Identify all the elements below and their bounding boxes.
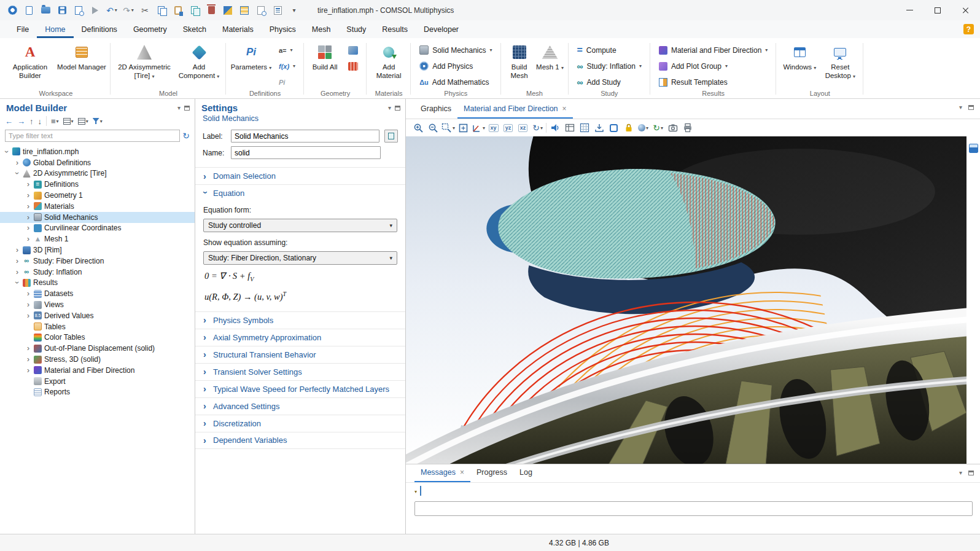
open-icon[interactable] [38, 2, 53, 18]
reset-desktop-button[interactable]: Reset Desktop ▾ [821, 41, 859, 80]
parameters-button[interactable]: Pi Parameters ▾ [230, 41, 272, 72]
tree-item-out-of-plane-displacement[interactable]: ›Out-of-Plane Displacement (solid) [0, 343, 195, 354]
refresh-filter-icon[interactable]: ↻ [182, 131, 190, 141]
tab-definitions[interactable]: Definitions [74, 20, 125, 38]
delete-icon[interactable] [204, 2, 219, 18]
minimize-button[interactable] [895, 0, 924, 20]
study-inflation-button[interactable]: ∞Study: Inflation▾ [573, 58, 646, 74]
recent-doc-icon[interactable] [270, 2, 285, 18]
edit-label-button[interactable] [384, 130, 398, 143]
transparency-icon[interactable]: ▾ [637, 122, 650, 135]
tab-progress[interactable]: Progress [470, 468, 513, 482]
tab-material-fiber-direction[interactable]: Material and Fiber Direction× [457, 104, 573, 119]
section-equation[interactable]: ›Equation [195, 184, 405, 201]
equation-form-select[interactable]: Study controlled▾ [203, 219, 397, 232]
tree-item-results[interactable]: ›Results [0, 278, 195, 289]
section-advanced-settings[interactable]: ›Advanced Settings [195, 397, 405, 415]
move-down-icon[interactable]: ↓ [38, 117, 42, 126]
tree-item-geometry-1[interactable]: ›Geometry 1 [0, 190, 195, 201]
section-physics-symbols[interactable]: ›Physics Symbols [195, 311, 405, 329]
tree-item-2d-axisymmetric[interactable]: ›2D Axisymmetric [Tire] [0, 168, 195, 179]
run-icon[interactable] [88, 2, 103, 18]
tab-results[interactable]: Results [374, 20, 416, 38]
tab-developer[interactable]: Developer [416, 20, 467, 38]
tree-item-color-tables[interactable]: ›Color Tables [0, 332, 195, 343]
panel-menu-icon[interactable]: ▾ [177, 104, 181, 111]
tab-graphics[interactable]: Graphics [414, 104, 457, 119]
zoom-in-icon[interactable] [412, 122, 425, 135]
select-box-icon[interactable] [607, 122, 620, 135]
help-button[interactable]: ? [963, 24, 974, 34]
view-xy-icon[interactable]: xy [487, 122, 500, 135]
tree-item-export[interactable]: ›Export [0, 376, 195, 387]
material-fiber-direction-button[interactable]: Material and Fiber Direction▾ [655, 42, 772, 58]
copy-icon[interactable] [154, 2, 169, 18]
copy-messages-icon[interactable] [420, 487, 421, 495]
tab-study[interactable]: Study [338, 20, 374, 38]
build-mesh-button[interactable]: Build Mesh [505, 41, 534, 80]
tree-item-tables[interactable]: ›Tables [0, 321, 195, 332]
tab-geometry[interactable]: Geometry [125, 20, 175, 38]
tree-filter-input[interactable] [5, 130, 180, 142]
chevron-icon[interactable]: › [25, 214, 31, 221]
show-equation-select[interactable]: Study: Fiber Direction, Stationary▾ [203, 251, 397, 265]
preview-icon[interactable] [71, 2, 86, 18]
chevron-icon[interactable]: › [14, 257, 20, 265]
float-panel-icon[interactable] [968, 471, 974, 475]
build-all-button[interactable]: Build All [308, 41, 341, 72]
section-structural-transient[interactable]: ›Structural Transient Behavior [195, 346, 405, 363]
chevron-icon[interactable]: › [25, 312, 31, 319]
save-icon[interactable] [55, 2, 69, 18]
show-table-icon[interactable] [563, 122, 576, 135]
zoom-extents-icon[interactable] [457, 122, 470, 135]
tab-mesh[interactable]: Mesh [304, 20, 339, 38]
tree-item-reports[interactable]: ›Reports [0, 387, 195, 398]
messages-content[interactable] [414, 501, 973, 516]
move-up-icon[interactable]: ↑ [29, 117, 34, 126]
plot-properties-icon[interactable] [969, 144, 978, 153]
section-discretization[interactable]: ›Discretization [195, 415, 405, 432]
solid-mechanics-select-button[interactable]: Solid Mechanics▾ [415, 42, 496, 58]
chevron-icon[interactable]: › [25, 192, 31, 199]
name-input[interactable] [231, 146, 381, 159]
add-plot-group-button[interactable]: Add Plot Group▾ [655, 58, 772, 74]
axisymmetric-component-button[interactable]: 2D Axisymmetric [Tire] ▾ [115, 41, 174, 80]
application-builder-button[interactable]: A Application Builder [6, 41, 55, 80]
lock-view-icon[interactable] [622, 122, 635, 135]
application-library-icon[interactable] [237, 2, 252, 18]
float-panel-icon[interactable] [184, 106, 190, 111]
variables-button[interactable]: a=▾ [274, 42, 300, 58]
model-library-icon[interactable] [220, 2, 235, 18]
chevron-icon[interactable]: › [14, 159, 20, 166]
delete-sequence-button[interactable] [344, 58, 362, 74]
print-icon[interactable] [681, 122, 694, 135]
panel-menu-icon[interactable]: ▾ [959, 469, 962, 476]
chevron-icon[interactable]: › [25, 203, 31, 210]
tab-materials[interactable]: Materials [214, 20, 262, 38]
tree-item-definitions[interactable]: ›≡Definitions [0, 179, 195, 190]
chevron-icon[interactable]: › [25, 356, 31, 363]
tab-messages[interactable]: Messages× [414, 468, 470, 482]
section-dependent-variables[interactable]: ›Dependent Variables [195, 432, 405, 449]
panel-menu-icon[interactable]: ▾ [959, 104, 962, 111]
view-xz-icon[interactable]: xz [516, 122, 529, 135]
windows-button[interactable]: Windows ▾ [780, 41, 819, 72]
maximize-button[interactable] [924, 0, 952, 20]
add-mathematics-button[interactable]: ΔuAdd Mathematics [415, 74, 496, 90]
add-material-button[interactable]: Add Material [371, 41, 406, 80]
close-button[interactable] [952, 0, 980, 20]
undo-icon[interactable]: ↶▾ [104, 2, 119, 18]
chevron-icon[interactable]: › [14, 268, 20, 276]
tree-item-study-inflation[interactable]: ›∞Study: Inflation [0, 267, 195, 278]
close-tab-icon[interactable]: × [460, 468, 464, 477]
functions-button[interactable]: f(x)▾ [274, 58, 300, 74]
chevron-icon[interactable]: › [25, 224, 31, 232]
model-tree-node-icon[interactable]: ▾ [63, 118, 74, 125]
section-domain-selection[interactable]: ›Domain Selection [195, 167, 405, 184]
paste-icon[interactable] [171, 2, 185, 18]
redo-icon[interactable]: ↷▾ [121, 2, 136, 18]
add-component-button[interactable]: Add Component ▾ [176, 41, 222, 80]
chevron-icon[interactable]: › [25, 235, 31, 243]
zoom-box-icon[interactable]: ▾ [441, 122, 455, 135]
add-physics-button[interactable]: Add Physics [415, 58, 496, 74]
